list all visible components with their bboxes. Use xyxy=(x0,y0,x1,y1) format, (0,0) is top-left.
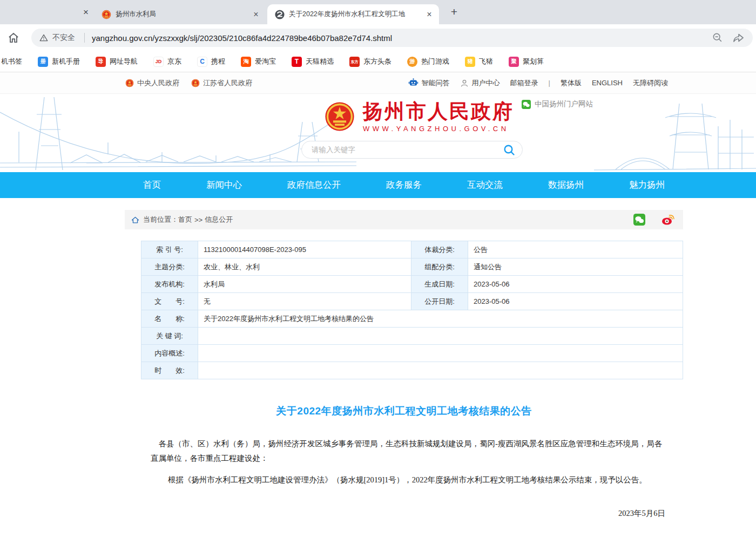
user-icon xyxy=(460,79,469,87)
new-tab-button[interactable]: + xyxy=(447,5,461,19)
tab-announcement-active[interactable]: 关于2022年度扬州市水利工程文明工地 × xyxy=(267,4,439,24)
link-mail-login[interactable]: 邮箱登录 xyxy=(510,78,538,88)
bookmark-hot-games[interactable]: 游 热门游戏 xyxy=(407,57,449,67)
weibo-share-icon[interactable] xyxy=(662,214,674,226)
search-icon[interactable] xyxy=(503,144,516,156)
document-meta-table: 索 引 号: 11321000014407098E-2023-095 体裁分类:… xyxy=(141,241,683,379)
bookmark-new-phone-manual[interactable]: 册 新机手册 xyxy=(38,57,80,67)
nav-item-news[interactable]: 新闻中心 xyxy=(206,179,242,191)
breadcrumb-label: 当前位置： xyxy=(143,215,178,224)
tab-yangzhou-water-bureau[interactable]: 扬州市水利局 × xyxy=(98,4,261,24)
bookmark-label: 携程 xyxy=(211,57,225,66)
meta-value: 关于2022年度扬州市水利工程文明工地考核结果的公告 xyxy=(198,310,683,328)
link-label: ENGLISH xyxy=(592,79,623,87)
portal-label: 中国扬州门户网站 xyxy=(535,99,593,109)
omnibox-divider xyxy=(84,33,85,43)
taobao-icon: 淘 xyxy=(241,57,251,67)
bookmark-label: 京东 xyxy=(167,57,181,66)
meta-label: 关 键 词: xyxy=(141,328,198,345)
juhuasuan-icon: 聚 xyxy=(509,57,519,67)
browser-tab-bar: × 扬州市水利局 × 关于2022年度扬州市水利工程文明工地 × + xyxy=(0,0,756,24)
eastday-icon: 东方 xyxy=(349,57,360,67)
nav-item-home[interactable]: 首页 xyxy=(143,179,161,191)
wechat-share-icon[interactable] xyxy=(633,214,645,226)
bookmark-label: 爱淘宝 xyxy=(255,57,276,66)
meta-label: 主题分类: xyxy=(141,258,198,276)
table-row: 索 引 号: 11321000014407098E-2023-095 体裁分类:… xyxy=(141,241,683,258)
bookmark-url-navigation[interactable]: 导 网址导航 xyxy=(96,57,138,67)
site-search-box xyxy=(301,141,523,159)
tab-title: 扬州市水利局 xyxy=(116,10,251,19)
url-omnibox[interactable]: 不安全 yangzhou.gov.cn/yzszxxgk/slj/202305/… xyxy=(31,29,753,47)
browser-logo-icon xyxy=(275,10,285,19)
meta-label: 公开日期: xyxy=(411,293,468,310)
bookmark-fliggy[interactable]: 猪 飞猪 xyxy=(465,57,493,67)
tab3-close-icon[interactable]: × xyxy=(424,9,435,20)
meta-value xyxy=(198,345,683,362)
manual-icon: 册 xyxy=(38,57,48,67)
meta-value: 2023-05-06 xyxy=(468,293,683,310)
bookmark-tmall[interactable]: T 天猫精选 xyxy=(292,57,334,67)
search-input[interactable] xyxy=(312,146,503,154)
meta-value: 水利局 xyxy=(198,276,411,293)
home-icon xyxy=(131,216,139,224)
tab-title: 关于2022年度扬州市水利工程文明工地 xyxy=(289,10,424,19)
url-text[interactable]: yangzhou.gov.cn/yzszxxgk/slj/202305/210c… xyxy=(92,33,705,43)
tab1-close-icon[interactable]: × xyxy=(80,6,92,18)
zoom-out-icon[interactable] xyxy=(712,32,724,44)
link-english[interactable]: ENGLISH xyxy=(592,79,623,87)
bookmark-label: 聚划算 xyxy=(523,57,544,66)
site-url-text: WWW.YANGZHOU.GOV.CN xyxy=(363,125,514,133)
bookmark-ctrip[interactable]: C 携程 xyxy=(197,57,225,67)
bookmark-label: 东方头条 xyxy=(363,57,392,66)
bookmark-label: 网址导航 xyxy=(110,57,138,66)
browser-address-bar: 不安全 yangzhou.gov.cn/yzszxxgk/slj/202305/… xyxy=(0,24,756,51)
link-traditional-chinese[interactable]: 繁体版 xyxy=(561,78,582,88)
nav-item-data-yangzhou[interactable]: 数据扬州 xyxy=(548,179,584,191)
bookmark-juhuasuan[interactable]: 聚 聚划算 xyxy=(509,57,544,67)
bookmark-phone-bookmarks[interactable]: 机书签 xyxy=(1,57,22,66)
share-icon[interactable] xyxy=(732,32,745,44)
nav-item-charm-yangzhou[interactable]: 魅力扬州 xyxy=(629,179,665,191)
article-paragraph: 根据《扬州市水利工程文明工地建设管理办法》（扬水规[2019]1号），2022年… xyxy=(151,473,665,487)
page-viewport: 中央人民政府 江苏省人民政府 智能问答 xyxy=(0,72,756,538)
link-label: 用户中心 xyxy=(472,78,500,88)
meta-value: 无 xyxy=(198,293,411,310)
utility-bar: 中央人民政府 江苏省人民政府 智能问答 xyxy=(0,72,756,94)
table-row: 文 号: 无 公开日期: 2023-05-06 xyxy=(141,293,683,310)
link-label: 无障碍阅读 xyxy=(633,78,668,88)
ctrip-icon: C xyxy=(197,57,207,67)
bookmarks-bar: 机书签 册 新机手册 导 网址导航 JD 京东 C 携程 淘 爱淘宝 T 天猫精… xyxy=(0,51,756,72)
table-row: 名 称: 关于2022年度扬州市水利工程文明工地考核结果的公告 xyxy=(141,310,683,328)
link-label: 邮箱登录 xyxy=(510,78,538,88)
tab2-close-icon[interactable]: × xyxy=(251,9,261,20)
meta-label: 索 引 号: xyxy=(141,241,198,258)
bookmark-eastday[interactable]: 东方 东方头条 xyxy=(349,57,392,67)
meta-value xyxy=(198,362,683,379)
nav-item-interaction[interactable]: 互动交流 xyxy=(467,179,503,191)
site-title: 扬州市人民政府 xyxy=(363,101,514,123)
article-paragraph: 各县（市、区）水利（务）局，扬州经济开发区城乡事务管理局，生态科技新城规划建设局… xyxy=(151,437,665,466)
nav-item-info-disclosure[interactable]: 政府信息公开 xyxy=(287,179,341,191)
bookmark-aitaobao[interactable]: 淘 爱淘宝 xyxy=(241,57,276,67)
home-icon[interactable] xyxy=(6,31,21,45)
link-user-center[interactable]: 用户中心 xyxy=(460,78,500,88)
link-jiangsu-government[interactable]: 江苏省人民政府 xyxy=(191,78,252,88)
link-smart-qa[interactable]: 智能问答 xyxy=(408,78,450,88)
fliggy-icon: 猪 xyxy=(465,57,475,67)
link-central-government[interactable]: 中央人民政府 xyxy=(125,78,179,88)
portal-link[interactable]: 中国扬州门户网站 xyxy=(522,99,593,109)
article-date: 2023年5月6日 xyxy=(125,508,665,519)
main-navigation: 首页 新闻中心 政府信息公开 政务服务 互动交流 数据扬州 魅力扬州 xyxy=(0,172,756,198)
tmall-icon: T xyxy=(292,57,302,67)
nav-item-services[interactable]: 政务服务 xyxy=(386,179,422,191)
site-logo[interactable]: 扬州市人民政府 WWW.YANGZHOU.GOV.CN xyxy=(324,101,514,133)
bookmark-label: 机书签 xyxy=(1,57,22,66)
link-accessibility[interactable]: 无障碍阅读 xyxy=(633,78,668,88)
security-label[interactable]: 不安全 xyxy=(52,33,75,43)
games-icon: 游 xyxy=(407,57,417,67)
link-label: 江苏省人民政府 xyxy=(203,78,252,88)
bookmark-jd[interactable]: JD 京东 xyxy=(153,57,181,67)
breadcrumb-current[interactable]: 信息公开 xyxy=(205,215,233,224)
breadcrumb-home-link[interactable]: 首页 xyxy=(178,215,192,224)
